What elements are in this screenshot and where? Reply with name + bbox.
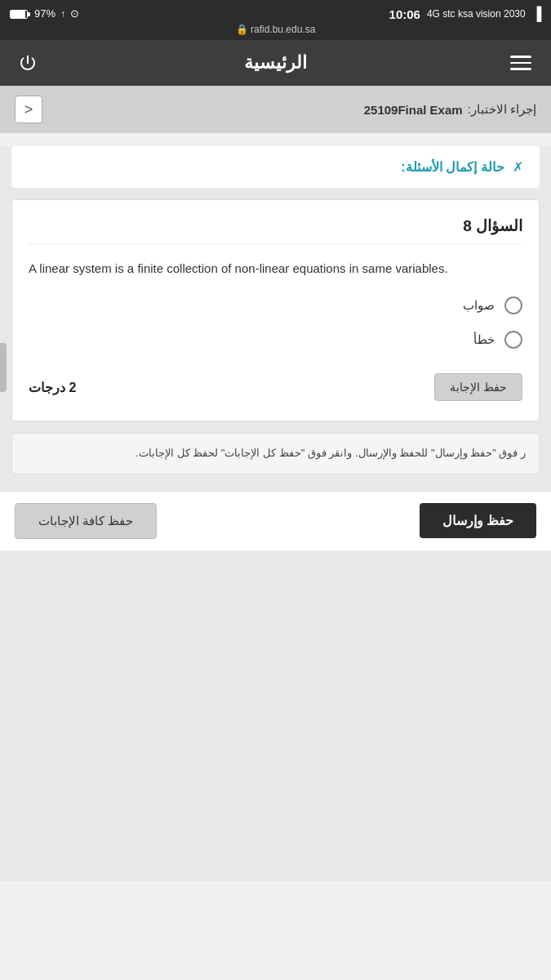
url-display[interactable]: rafid.bu.edu.sa	[251, 24, 315, 35]
score-save-row: حفظ الإجابة 2 درجات	[29, 368, 522, 401]
question-text: A linear system is a finite collection o…	[29, 259, 522, 278]
save-answer-button[interactable]: حفظ الإجابة	[434, 373, 522, 401]
time-display: 10:06	[389, 6, 420, 23]
save-all-button[interactable]: حفظ كافة الإجابات	[15, 503, 157, 539]
main-content: ✗ حالة إكمال الأسئلة: السؤال 8 A linear …	[0, 146, 551, 881]
power-button[interactable]	[15, 50, 41, 76]
signal-bars-icon: ▐	[532, 5, 541, 23]
question-header: السؤال 8	[29, 216, 522, 244]
signal-icon: ↑	[60, 7, 65, 21]
wifi-icon: ⊙	[70, 7, 79, 21]
lock-icon: 🔒	[236, 24, 248, 35]
save-send-button[interactable]: حفظ وإرسال	[420, 503, 536, 538]
score-text: 2 درجات	[29, 380, 76, 395]
menu-button[interactable]	[510, 50, 536, 76]
back-button[interactable]: <	[15, 96, 42, 123]
back-icon: <	[24, 101, 33, 118]
answer-options: صواب خطأ	[29, 296, 522, 349]
exam-name: 25109Final Exam	[364, 103, 463, 117]
battery-icon	[10, 10, 28, 19]
option-true-label: صواب	[463, 298, 495, 313]
answer-option-true[interactable]: صواب	[29, 296, 522, 314]
bottom-action-bar: حفظ وإرسال حفظ كافة الإجابات	[0, 491, 551, 550]
question-card: السؤال 8 A linear system is a finite col…	[11, 199, 540, 421]
hamburger-icon	[510, 56, 531, 58]
page-title: الرئيسية	[244, 52, 307, 74]
completion-section[interactable]: ✗ حالة إكمال الأسئلة:	[11, 146, 540, 188]
power-icon	[18, 53, 38, 73]
nav-bar: الرئيسية	[0, 40, 551, 86]
hint-box: ر فوق "حفظ وإرسال" للحفظ والإرسال. وانقر…	[11, 433, 540, 474]
hint-text: ر فوق "حفظ وإرسال" للحفظ والإرسال. وانقر…	[136, 447, 526, 459]
completion-arrow-icon: ✗	[513, 160, 523, 174]
side-handle	[0, 343, 7, 392]
option-false-label: خطأ	[473, 332, 495, 347]
radio-false[interactable]	[504, 331, 522, 349]
breadcrumb-label: إجراء الاختبار:	[468, 102, 536, 117]
status-bar: 97% ↑ ⊙ 10:06 4G stc ksa vision 2030 ▐ 🔒…	[0, 0, 551, 40]
radio-true[interactable]	[504, 296, 522, 314]
network-info: 4G stc ksa vision 2030	[427, 7, 526, 21]
battery-level: 97%	[34, 7, 56, 21]
answer-option-false[interactable]: خطأ	[29, 331, 522, 349]
breadcrumb-bar: إجراء الاختبار: 25109Final Exam <	[0, 86, 551, 133]
completion-title: حالة إكمال الأسئلة:	[401, 160, 504, 174]
